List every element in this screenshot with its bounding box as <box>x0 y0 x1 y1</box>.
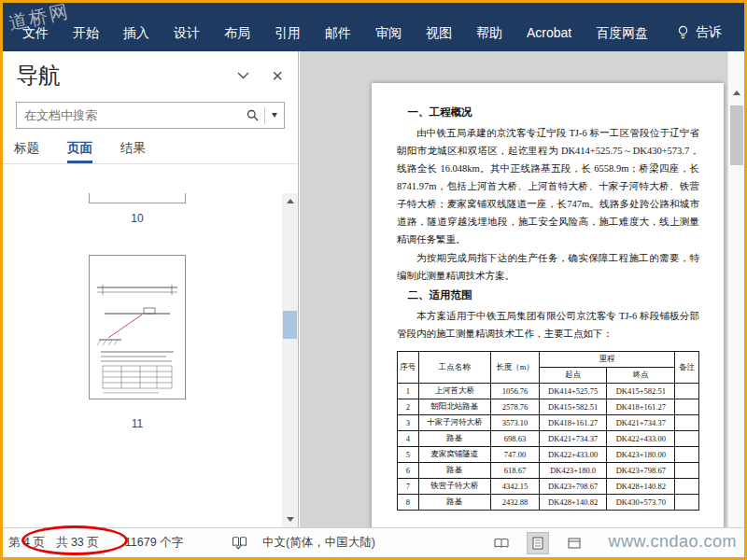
document-page: 一、工程概况 由中铁五局承建的京沈客专辽宁段 TJ-6 标一工区管段位于辽宁省朝… <box>372 83 724 527</box>
table-cell <box>675 415 699 431</box>
paragraph: 为按期完成局指下达的生产任务，确实保障工程施工的需要，特编制此测量精调技术方案。 <box>397 249 699 285</box>
search-input[interactable] <box>17 103 240 128</box>
header-cell: 终点 <box>607 368 675 384</box>
chevron-down-icon[interactable] <box>237 72 249 79</box>
language-indicator[interactable]: 中文(简体，中国大陆) <box>262 535 375 551</box>
table-cell: 3573.10 <box>491 415 540 431</box>
header-cell: 序号 <box>398 352 419 384</box>
ribbon-tab[interactable]: 设计 <box>162 14 212 51</box>
word-count[interactable]: 11679 个字 <box>125 535 183 551</box>
web-layout-icon[interactable] <box>563 532 585 554</box>
table-cell: DK418+161.27 <box>607 399 675 415</box>
table-cell: 618.67 <box>491 463 540 479</box>
page-11-thumbnail[interactable] <box>89 255 186 399</box>
nav-tab[interactable]: 结果 <box>120 140 146 163</box>
table-cell: 路基 <box>418 463 491 479</box>
scroll-down-button[interactable] <box>282 511 298 527</box>
ribbon-tab[interactable]: 引用 <box>262 14 313 51</box>
spellcheck-icon[interactable] <box>232 536 247 550</box>
doc-scrollbar[interactable] <box>727 51 744 527</box>
table-row: 5麦家窝铺隧道747.00DK422+433.00DK423+180.00 <box>398 447 699 463</box>
table-cell <box>675 399 699 415</box>
page-10-thumbnail[interactable] <box>89 193 186 203</box>
total-pages-indicator[interactable]: 共 33 页 <box>56 535 99 551</box>
section-heading: 一、工程概况 <box>397 105 699 119</box>
table-row: 6路基618.67DK423+180.0DK423+798.67 <box>398 463 699 479</box>
section-heading: 二、适用范围 <box>397 288 699 302</box>
table-cell: 朝阳北站路基 <box>418 399 491 415</box>
tell-me[interactable]: 告诉 <box>677 14 744 51</box>
ribbon-tab[interactable]: 插入 <box>111 14 162 51</box>
table-cell: 4 <box>398 431 419 447</box>
close-icon[interactable]: × <box>272 66 283 85</box>
ribbon-tab[interactable]: 审阅 <box>363 14 414 51</box>
table-cell: 747.00 <box>491 447 540 463</box>
search-box <box>16 102 285 129</box>
table-cell: 3 <box>398 415 419 431</box>
lightbulb-icon <box>677 25 689 41</box>
ribbon-tab[interactable]: 视图 <box>414 14 464 51</box>
table-cell: 路基 <box>418 431 491 447</box>
table-cell: 2 <box>398 399 419 415</box>
table-cell <box>675 447 699 463</box>
paragraph: 本方案适用于中铁五局集团有限公司京沈客专 TJ-6 标段铺板分部管段内的施工测量… <box>397 307 699 343</box>
thumbnail-area: 10 <box>3 193 298 527</box>
table-cell: 上河首大桥 <box>418 384 491 399</box>
navigation-header: 导航 × <box>3 51 298 91</box>
word-window: 道桥网 文件开始插入设计布局引用邮件审阅视图帮助Acrobat百度网盘 告诉 导… <box>0 0 747 560</box>
table-cell: DK430+573.70 <box>607 495 675 511</box>
table-cell: DK422+433.00 <box>607 431 675 447</box>
table-body: 序号 工点名称 长度（m） 里程 备注 起点 终点 1上河首大桥1056.76D… <box>398 352 699 511</box>
scroll-up-button[interactable] <box>282 193 298 209</box>
table-cell <box>675 463 699 479</box>
nav-scrollbar[interactable] <box>282 193 298 527</box>
print-layout-icon[interactable] <box>527 532 549 554</box>
doc-scroll-up-button[interactable] <box>728 85 744 100</box>
ribbon-tab[interactable]: 邮件 <box>313 14 363 51</box>
table-cell: 5 <box>398 447 419 463</box>
table-cell: DK422+433.00 <box>539 447 607 463</box>
header-cell: 起点 <box>539 368 607 384</box>
table-cell: DK423+798.67 <box>607 463 675 479</box>
navigation-pane: 导航 × 标题页面结果 10 <box>3 51 299 527</box>
table-cell: DK415+582.51 <box>607 384 675 399</box>
table-cell: 2432.88 <box>491 495 540 511</box>
ribbon-tab[interactable]: Acrobat <box>514 14 584 51</box>
doc-scrollbar-thumb[interactable] <box>730 105 743 165</box>
nav-tab[interactable]: 页面 <box>67 140 92 163</box>
table-header-row: 序号 工点名称 长度（m） 里程 备注 <box>398 352 699 368</box>
header-cell: 备注 <box>675 352 699 384</box>
table-cell: DK421+734.37 <box>539 431 607 447</box>
nav-tab[interactable]: 标题 <box>14 140 39 163</box>
table-row: 3十家子河特大桥3573.10DK418+161.27DK421+734.37 <box>398 415 699 431</box>
table-cell: DK421+734.37 <box>607 415 675 431</box>
nav-scrollbar-thumb[interactable] <box>283 311 297 339</box>
page-indicator[interactable]: 第 4 页 <box>8 535 45 551</box>
search-dropdown-arrow[interactable] <box>265 113 284 118</box>
table-cell: DK428+140.82 <box>607 479 675 495</box>
table-cell <box>675 479 699 495</box>
table-cell: 8 <box>398 495 419 511</box>
read-mode-icon[interactable] <box>490 532 513 554</box>
table-cell: 1056.76 <box>491 384 540 399</box>
ribbon-tab[interactable]: 文件 <box>10 14 61 51</box>
ribbon-tab[interactable]: 帮助 <box>464 14 514 51</box>
table-cell: DK418+161.27 <box>539 415 607 431</box>
header-cell: 里程 <box>539 352 674 368</box>
ribbon-tab[interactable]: 百度网盘 <box>584 14 660 51</box>
search-icon[interactable] <box>240 109 264 121</box>
table-row: 8路基2432.88DK428+140.82DK430+573.70 <box>398 495 699 511</box>
document-area: 一、工程概况 由中铁五局承建的京沈客专辽宁段 TJ-6 标一工区管段位于辽宁省朝… <box>300 51 744 527</box>
table-row: 1上河首大桥1056.76DK414+525.75DK415+582.51 <box>398 384 699 399</box>
ribbon-tab[interactable]: 布局 <box>212 14 262 51</box>
nav-tabs: 标题页面结果 <box>3 140 298 164</box>
table-cell: 十家子河特大桥 <box>418 415 491 431</box>
paragraph: 由中铁五局承建的京沈客专辽宁段 TJ-6 标一工区管段位于辽宁省朝阳市龙城区和双… <box>397 124 699 248</box>
page-number-label: 11 <box>3 417 272 430</box>
ribbon-tab[interactable]: 开始 <box>61 14 111 51</box>
table-row: 2朝阳北站路基2578.76DK415+582.51DK418+161.27 <box>398 399 699 415</box>
table-row: 4路基698.63DK421+734.37DK422+433.00 <box>398 431 699 447</box>
table-cell: DK423+180.00 <box>607 447 675 463</box>
tell-me-label: 告诉 <box>696 24 722 41</box>
table-cell: 路基 <box>418 495 491 511</box>
